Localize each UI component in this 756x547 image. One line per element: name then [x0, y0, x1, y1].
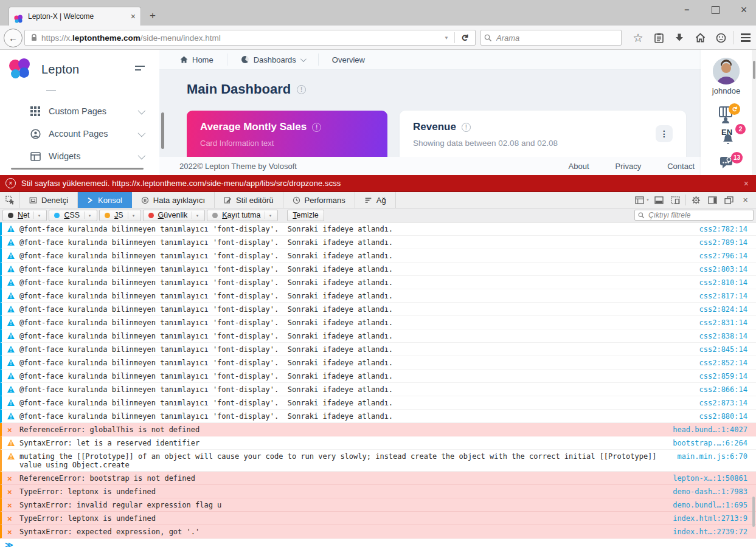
url-dropdown-icon[interactable] — [438, 35, 455, 41]
footer-link-privacy[interactable]: Privacy — [616, 162, 642, 171]
source-link[interactable]: css2:859:14 — [699, 372, 747, 380]
info-icon[interactable] — [297, 85, 306, 94]
sidebar-item-widgets[interactable]: Widgets — [0, 146, 159, 167]
source-link[interactable]: demo.bundl…:1:695 — [673, 501, 747, 509]
browser-tab[interactable]: Lepton-X | Welcome — [9, 7, 141, 26]
devtools-tab-2[interactable]: Hata ayıklayıcı — [132, 192, 215, 208]
console-filter-button-3[interactable]: Güvenlik — [143, 210, 206, 221]
console-filter-search[interactable] — [634, 210, 754, 221]
reload-icon[interactable] — [455, 32, 475, 43]
console-message: @font-face kuralında bilinmeyen tanımlay… — [19, 252, 699, 260]
source-link[interactable]: css2:789:14 — [699, 238, 747, 247]
devtools-tab-0[interactable]: Denetçi — [20, 192, 78, 208]
performance-icon — [293, 196, 300, 204]
sidebar-toggle-icon[interactable] — [704, 192, 721, 208]
info-icon[interactable] — [312, 123, 321, 132]
sidebar-scrollbar-horizontal[interactable] — [11, 168, 144, 170]
tab-close-icon[interactable] — [131, 12, 136, 21]
sidebar-collapse-icon[interactable] — [135, 66, 145, 71]
widgets-icon — [30, 152, 43, 161]
avatar[interactable] — [713, 58, 740, 84]
source-link[interactable]: css2:810:14 — [699, 278, 747, 287]
username[interactable]: johndoe — [701, 86, 752, 95]
new-tab-button[interactable] — [150, 10, 156, 22]
page-scrollbar[interactable] — [752, 50, 756, 175]
source-link[interactable]: css2:817:14 — [699, 292, 747, 300]
devtools-close-icon[interactable] — [737, 192, 754, 208]
maximize-button[interactable] — [710, 5, 720, 15]
history-badge[interactable] — [729, 103, 740, 115]
breadcrumb-overview[interactable]: Overview — [319, 53, 378, 66]
filter-dot-icon — [105, 213, 110, 218]
source-link[interactable]: main.min.js:6:70 — [677, 452, 747, 461]
chat-badge[interactable]: 13 — [731, 152, 743, 163]
console-input-row[interactable]: ≫ — [0, 538, 756, 547]
source-link[interactable]: css2:824:14 — [699, 305, 747, 314]
devtools-tab-4[interactable]: Performans — [283, 192, 355, 208]
console-filter-button-1[interactable]: CSS — [49, 210, 97, 221]
console-message: @font-face kuralında bilinmeyen tanımlay… — [19, 332, 699, 340]
console-row: @font-face kuralında bilinmeyen tanımlay… — [0, 329, 756, 343]
source-link[interactable]: head.bund…:1:4027 — [673, 425, 747, 434]
clear-console-button[interactable]: Temizle — [287, 210, 324, 221]
console-scrollbar[interactable] — [752, 497, 755, 527]
bookmarks-list-icon[interactable] — [648, 29, 669, 46]
downloads-icon[interactable] — [669, 29, 690, 46]
source-link[interactable]: css2:852:14 — [699, 359, 747, 367]
debugger-icon — [141, 196, 149, 204]
source-link[interactable]: css2:838:14 — [699, 332, 747, 340]
source-link[interactable]: css2:831:14 — [699, 318, 747, 327]
devtools-tab-5[interactable]: Ağ — [355, 192, 396, 208]
source-link[interactable]: css2:866:14 — [699, 385, 747, 394]
bell-icon[interactable] — [723, 134, 733, 148]
source-link[interactable]: index.html:2713:9 — [673, 514, 747, 523]
console-filter-button-4[interactable]: Kayıt tutma — [207, 210, 278, 221]
menu-hamburger-icon[interactable] — [735, 29, 756, 46]
sidebar-item-custom-pages[interactable]: Custom Pages — [0, 101, 159, 122]
detach-window-icon[interactable] — [721, 192, 737, 208]
responsive-design-icon[interactable] — [667, 192, 684, 208]
search-box[interactable] — [480, 30, 622, 46]
source-link[interactable]: css2:803:14 — [699, 265, 747, 274]
sidebar-item-account-pages[interactable]: Account Pages — [0, 123, 159, 144]
search-input[interactable] — [495, 33, 621, 43]
gear-icon[interactable] — [688, 192, 704, 208]
error-bar-close-icon[interactable] — [744, 179, 749, 188]
bookmark-star-icon[interactable] — [628, 29, 648, 46]
feedback-smiley-icon[interactable] — [710, 29, 731, 46]
url-bar[interactable]: https://x.leptontheme.com/side-menu/inde… — [24, 30, 476, 46]
frame-select-icon[interactable] — [634, 192, 651, 208]
devtools-tab-1[interactable]: Konsol — [78, 192, 132, 208]
source-link[interactable]: css2:845:14 — [699, 345, 747, 354]
console-filter-button-0[interactable]: Net — [2, 210, 47, 221]
source-link[interactable]: css2:880:14 — [699, 412, 747, 421]
dashboards-pie-icon — [241, 55, 249, 64]
breadcrumb-dashboards[interactable]: Dashboards — [227, 53, 319, 66]
home-icon[interactable] — [690, 29, 710, 46]
back-button[interactable] — [4, 29, 23, 47]
element-picker-icon[interactable] — [0, 192, 20, 208]
source-link[interactable]: css2:782:14 — [699, 225, 747, 233]
info-icon[interactable] — [462, 123, 471, 132]
split-console-icon[interactable] — [651, 192, 667, 208]
notification-badge[interactable]: 2 — [735, 124, 746, 134]
warning-icon — [7, 332, 19, 339]
footer-link-contact[interactable]: Contact — [667, 162, 695, 171]
footer-link-about[interactable]: About — [569, 162, 589, 171]
console-filter-input[interactable] — [647, 210, 753, 220]
chevron-down-icon — [138, 151, 146, 159]
source-link[interactable]: bootstrap.…:6:264 — [673, 439, 747, 447]
source-link[interactable]: lepton-x…:1:50861 — [673, 474, 747, 483]
devtools-tab-3[interactable]: Stil editörü — [215, 192, 283, 208]
console-filter-button-2[interactable]: JS — [99, 210, 141, 221]
source-link[interactable]: index.ht…:2739:72 — [673, 528, 747, 536]
breadcrumb-home[interactable]: Home — [159, 53, 227, 66]
source-link[interactable]: demo-dash…:1:7983 — [673, 487, 747, 496]
console-row: @font-face kuralında bilinmeyen tanımlay… — [0, 370, 756, 383]
source-link[interactable]: css2:873:14 — [699, 399, 747, 407]
sidebar-item-label: Account Pages — [49, 129, 108, 139]
minimize-button[interactable] — [682, 5, 692, 15]
card-menu-kebab-icon[interactable] — [656, 125, 673, 142]
close-button[interactable] — [739, 5, 749, 15]
source-link[interactable]: css2:796:14 — [699, 252, 747, 260]
